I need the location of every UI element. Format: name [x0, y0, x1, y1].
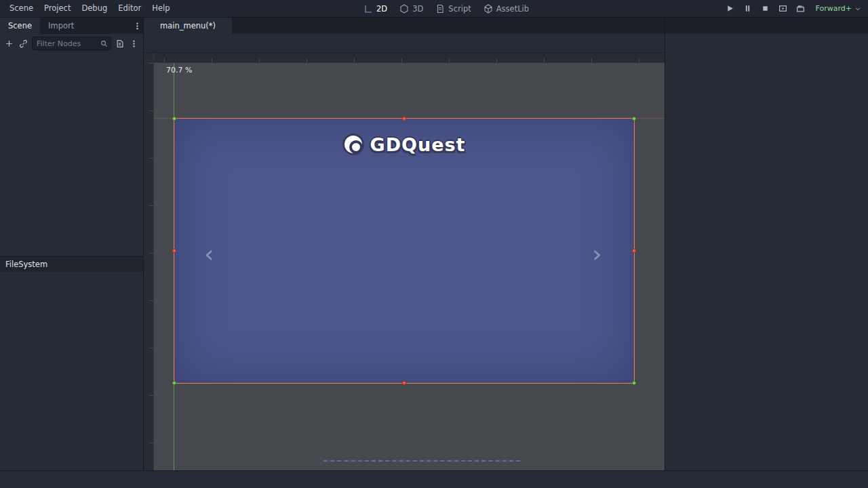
- scene-tree: [0, 53, 143, 256]
- play-scene-button[interactable]: [777, 3, 789, 14]
- next-page-chevron[interactable]: ›: [592, 242, 601, 266]
- scene-tab-label: main_menu(*): [160, 21, 216, 30]
- zoom-level[interactable]: 70.7 %: [166, 66, 192, 75]
- selection-handle-br[interactable]: [632, 381, 636, 385]
- chevron-down-icon: [854, 5, 861, 12]
- play-icon: [726, 4, 734, 13]
- selection-handle-bl[interactable]: [172, 381, 176, 385]
- scene-tree-menu-button[interactable]: [128, 38, 140, 49]
- movie-icon: [796, 4, 805, 13]
- instance-scene-button[interactable]: [18, 38, 29, 49]
- viewport-wrap: 70.7 % GDQuest ‹ ›: [144, 53, 665, 470]
- workspace-2d[interactable]: 2D: [363, 4, 387, 14]
- workspace-label: 3D: [412, 4, 423, 14]
- main-menubar: SceneProjectDebugEditorHelp 2D3DScriptAs…: [0, 0, 868, 18]
- selection-handle-bottom[interactable]: [402, 381, 406, 385]
- search-icon: [100, 40, 108, 47]
- menu-help[interactable]: Help: [146, 0, 175, 17]
- script-icon: [435, 4, 445, 14]
- godot-editor-window: SceneProjectDebugEditorHelp 2D3DScriptAs…: [0, 0, 868, 488]
- workspace-label: 2D: [376, 4, 387, 14]
- inspector-filter-bar: [665, 52, 868, 69]
- workspace-assetlib[interactable]: AssetLib: [484, 4, 529, 14]
- filesystem-dock: FileSystem: [0, 256, 143, 470]
- horizontal-ruler: [154, 53, 665, 63]
- stop-icon: [761, 4, 770, 13]
- dots-icon: [133, 22, 142, 30]
- workspace-3d[interactable]: 3D: [399, 4, 423, 14]
- vertical-ruler: [144, 63, 154, 470]
- filesystem-nav-bar: [0, 272, 143, 289]
- main-area: SceneImport FileSystem main_menu(*): [0, 18, 868, 470]
- filesystem-title-bar: FileSystem: [0, 257, 143, 272]
- assetlib-icon: [484, 4, 493, 14]
- scene-dock-tabs: SceneImport: [0, 18, 143, 34]
- selection-handle-right[interactable]: [632, 249, 636, 253]
- filesystem-menu-button[interactable]: [135, 263, 138, 266]
- link-icon: [19, 39, 28, 48]
- canvas-viewport[interactable]: 70.7 % GDQuest ‹ ›: [154, 63, 665, 470]
- movie-mode-button[interactable]: [795, 3, 806, 14]
- inspector-dock: [665, 18, 868, 470]
- bottom-panel-bar: [0, 470, 868, 488]
- filesystem-tree: [0, 307, 143, 470]
- filesystem-title: FileSystem: [5, 260, 47, 269]
- workspace-label: Script: [448, 4, 471, 14]
- zoom-in-button[interactable]: [196, 69, 199, 72]
- filter-nodes-input[interactable]: [32, 37, 111, 50]
- zoom-widget: 70.7 %: [159, 66, 199, 75]
- menu-debug[interactable]: Debug: [76, 0, 113, 17]
- scene-dock-menu-button[interactable]: [132, 18, 143, 34]
- dock-tab-scene[interactable]: Scene: [0, 18, 40, 34]
- dots-icon: [130, 39, 138, 48]
- ruler-corner: [144, 53, 154, 63]
- run-controls: [717, 3, 813, 14]
- script-icon: [115, 39, 124, 48]
- pause-icon: [743, 4, 752, 13]
- play-button[interactable]: [724, 3, 736, 14]
- selection-handle-top[interactable]: [402, 117, 406, 121]
- close-tab-icon[interactable]: [219, 22, 226, 30]
- gdquest-logo: GDQuest: [174, 134, 634, 155]
- menu-project[interactable]: Project: [39, 0, 76, 17]
- scene-tabbar: main_menu(*): [144, 18, 665, 34]
- workspace-switcher: 2D3DScriptAssetLib: [176, 4, 717, 14]
- plus-icon: [5, 39, 14, 48]
- zoom-out-button[interactable]: [159, 69, 162, 72]
- inspector-toolbar: [665, 34, 868, 52]
- 3d-icon: [399, 4, 409, 14]
- left-dock-column: SceneImport FileSystem: [0, 18, 144, 470]
- viewport-bounds-line: [323, 460, 520, 462]
- selection-handle-tr[interactable]: [632, 117, 636, 121]
- pause-button[interactable]: [742, 3, 753, 14]
- renderer-dropdown[interactable]: Forward+: [813, 4, 868, 13]
- stop-button[interactable]: [760, 3, 771, 14]
- canvas-editor: main_menu(*) 70.7 %: [144, 18, 665, 470]
- menu-editor[interactable]: Editor: [113, 0, 146, 17]
- selection-handle-tl[interactable]: [172, 117, 176, 121]
- scene-file-icon: [149, 22, 157, 30]
- menu-list: SceneProjectDebugEditorHelp: [0, 0, 176, 17]
- gdquest-logo-text: GDQuest: [370, 134, 465, 155]
- filesystem-search-bar: [0, 289, 143, 307]
- scene-dock-toolbar: [0, 34, 143, 53]
- renderer-label: Forward+: [816, 4, 852, 13]
- canvas-toolbar: [144, 34, 665, 53]
- scene-tab-main-menu[interactable]: main_menu(*): [144, 18, 232, 34]
- workspace-label: AssetLib: [496, 4, 529, 14]
- inspector-properties: [665, 69, 868, 470]
- scene-background-rect[interactable]: GDQuest ‹ ›: [174, 119, 634, 383]
- menu-scene[interactable]: Scene: [4, 0, 39, 17]
- workspace-script[interactable]: Script: [435, 4, 471, 14]
- dock-tab-import[interactable]: Import: [40, 18, 82, 34]
- add-node-button[interactable]: [3, 38, 15, 49]
- playscene-icon: [778, 4, 787, 13]
- selection-handle-left[interactable]: [172, 249, 176, 253]
- attach-script-button[interactable]: [114, 38, 125, 49]
- previous-page-chevron[interactable]: ‹: [204, 242, 214, 266]
- 2d-icon: [363, 4, 373, 14]
- gdquest-badge-icon: [342, 134, 364, 155]
- inspector-tabs: [665, 18, 868, 34]
